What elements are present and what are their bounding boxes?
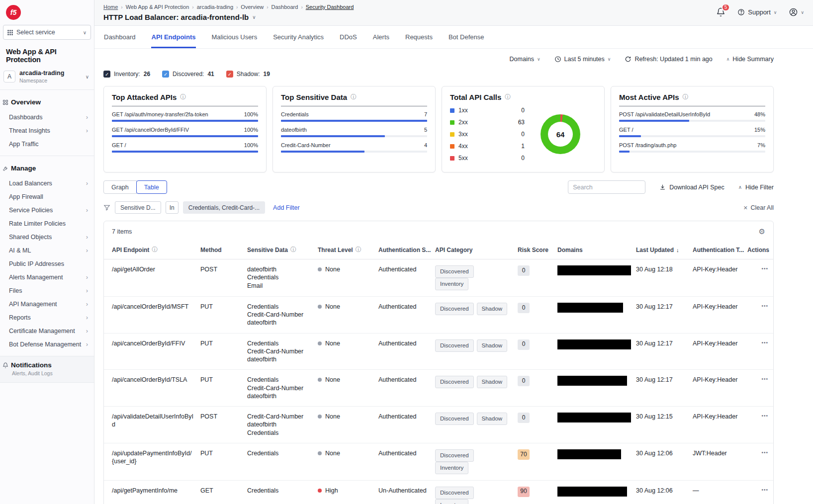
column-header-auth-type[interactable]: Authentication T... [693, 242, 753, 259]
tab-api-endpoints[interactable]: API Endpoints [151, 26, 196, 48]
category-chip[interactable]: Discovered [435, 339, 474, 352]
sidebar-item-bot-defense-management[interactable]: Bot Defense Management› [0, 337, 94, 351]
row-actions-button[interactable]: ••• [761, 265, 768, 290]
account-menu[interactable]: ∨ [789, 7, 804, 17]
tab-ddos[interactable]: DDoS [339, 26, 358, 48]
sidebar-item-threat-insights[interactable]: Threat Insights › [0, 124, 94, 137]
f5-logo[interactable]: f5 [6, 5, 21, 20]
category-chip[interactable]: Shadow [477, 303, 508, 315]
sidebar-item-service-policies[interactable]: Service Policies› [0, 203, 94, 217]
api-endpoint-link[interactable]: /api/cancelOrderById/MSFT [112, 297, 199, 333]
column-header-threat-level[interactable]: Threat Levelⓘ [318, 242, 377, 259]
breadcrumb-namespace[interactable]: arcadia-trading [197, 4, 233, 10]
tab-bot-defense[interactable]: Bot Defense [448, 26, 485, 48]
sidebar-item-app-firewall[interactable]: App Firewall [0, 190, 94, 203]
hide-filter-toggle[interactable]: ∧ Hide Filter [738, 184, 774, 191]
tab-malicious-users[interactable]: Malicious Users [211, 26, 258, 48]
column-header-domains[interactable]: Domains [557, 242, 635, 259]
add-filter-button[interactable]: Add Filter [273, 204, 300, 211]
category-chip[interactable]: Inventory [435, 278, 468, 290]
api-endpoint-link[interactable]: /api/validateDetailUserInfoById [112, 407, 199, 443]
column-header-last-updated[interactable]: Last Updated↓ [636, 242, 692, 259]
time-range-dropdown[interactable]: Last 5 minutes ∨ [554, 56, 611, 63]
filter-operator-selector[interactable]: In [166, 201, 179, 214]
category-chip[interactable]: Shadow [477, 339, 508, 352]
category-chip[interactable]: Discovered [435, 413, 474, 425]
api-endpoint-link[interactable]: /api/getPaymentInfo/me [112, 481, 199, 504]
category-chip[interactable]: Discovered [435, 449, 474, 462]
sidebar-item-rate-limiter-policies[interactable]: Rate Limiter Policies [0, 217, 94, 230]
column-header-api-category[interactable]: API Category [435, 242, 517, 259]
sidebar-header-overview[interactable]: Overview [0, 94, 94, 110]
discovered-checkbox[interactable]: ✓ Discovered: 41 [162, 71, 214, 78]
tab-requests[interactable]: Requests [405, 26, 433, 48]
row-actions-button[interactable]: ••• [761, 449, 768, 474]
row-actions-button[interactable]: ••• [761, 376, 768, 400]
breadcrumb-home[interactable]: Home [103, 4, 118, 10]
filter-value-chip[interactable]: Credentials, Credit-Card-... [183, 201, 265, 214]
gear-icon[interactable]: ⚙ [759, 228, 765, 235]
sidebar-item-public-ip-addresses[interactable]: Public IP Addresses [0, 257, 94, 270]
table-view-button[interactable]: Table [136, 180, 167, 194]
category-chip[interactable]: Discovered [435, 303, 474, 315]
column-header-risk-score[interactable]: Risk Score [518, 242, 556, 259]
breadcrumb-dashboard[interactable]: Dashboard [271, 4, 298, 10]
filter-field-selector[interactable]: Sensitive D... [115, 201, 161, 214]
info-icon[interactable]: ⓘ [351, 93, 357, 101]
breadcrumb-waap[interactable]: Web App & API Protection [126, 4, 189, 10]
sidebar-item-files[interactable]: Files› [0, 284, 94, 297]
api-endpoint-link[interactable]: /api/updatePaymentInfoById/{user_id} [112, 443, 199, 480]
sidebar-item-reports[interactable]: Reports› [0, 311, 94, 324]
row-actions-button[interactable]: ••• [761, 303, 768, 327]
tab-dashboard[interactable]: Dashboard [103, 26, 136, 48]
category-chip[interactable]: Discovered [435, 265, 474, 278]
category-chip[interactable]: Discovered [435, 376, 474, 388]
row-actions-button[interactable]: ••• [761, 413, 768, 437]
support-menu[interactable]: Support ∨ [737, 8, 777, 16]
notifications-bell-button[interactable]: 5 [716, 7, 725, 17]
column-header-sensitive-data[interactable]: Sensitive Dataⓘ [247, 242, 317, 259]
tab-security-analytics[interactable]: Security Analytics [272, 26, 324, 48]
api-endpoint-link[interactable]: /api/cancelOrderById/FFIV [112, 334, 199, 370]
column-header-method[interactable]: Method [200, 242, 246, 259]
sidebar-item-certificate-management[interactable]: Certificate Management› [0, 324, 94, 337]
service-selector[interactable]: Select service ∨ [3, 25, 91, 40]
sidebar-item-alerts-management[interactable]: Alerts Management› [0, 270, 94, 284]
sidebar-header-manage[interactable]: Manage [0, 160, 94, 176]
category-chip[interactable]: Shadow [477, 376, 508, 388]
search-input[interactable] [568, 180, 645, 194]
page-title-selector[interactable]: HTTP Load Balancer: arcadia-frontend-lb … [103, 13, 354, 21]
column-header-auth-status[interactable]: Authentication S... [378, 242, 434, 259]
sidebar-item-app-traffic[interactable]: App Traffic [0, 137, 94, 151]
row-actions-button[interactable]: ••• [761, 487, 768, 504]
sidebar-item-dashboards[interactable]: Dashboards › [0, 110, 94, 124]
category-chip[interactable]: Shadow [477, 413, 508, 425]
sidebar-item-load-balancers[interactable]: Load Balancers› [0, 176, 94, 190]
inventory-checkbox[interactable]: ✓ Inventory: 26 [103, 71, 150, 78]
refresh-button[interactable]: Refresh: Updated 1 min ago [625, 56, 712, 63]
namespace-selector[interactable]: A arcadia-trading Namespace ∨ [0, 69, 94, 90]
graph-view-button[interactable]: Graph [103, 180, 137, 194]
sidebar-header-notifications[interactable]: Notifications [2, 361, 88, 369]
info-icon[interactable]: ⓘ [180, 93, 186, 101]
row-actions-button[interactable]: ••• [761, 339, 768, 364]
tab-alerts[interactable]: Alerts [372, 26, 390, 48]
category-chip[interactable]: Discovered [435, 487, 474, 499]
info-icon[interactable]: ⓘ [505, 93, 511, 101]
sidebar-item-ai-ml[interactable]: AI & ML› [0, 244, 94, 257]
category-chip[interactable]: Inventory [435, 499, 468, 504]
domains-dropdown[interactable]: Domains ∨ [510, 56, 541, 63]
api-endpoint-link[interactable]: /api/getAllOrder [112, 259, 199, 296]
sidebar-item-api-management[interactable]: API Management› [0, 297, 94, 311]
column-header-api-endpoint[interactable]: API Endpointⓘ [112, 242, 199, 259]
download-api-spec-button[interactable]: Download API Spec [659, 184, 724, 191]
api-endpoint-link[interactable]: /api/cancelOrderById/TSLA [112, 370, 199, 406]
hide-summary-toggle[interactable]: ∧ Hide Summary [726, 56, 774, 63]
sidebar-item-shared-objects[interactable]: Shared Objects› [0, 230, 94, 244]
clear-all-button[interactable]: × Clear All [743, 204, 774, 212]
breadcrumb-overview[interactable]: Overview [241, 4, 264, 10]
shadow-checkbox[interactable]: ✓ Shadow: 19 [226, 71, 270, 78]
breadcrumb-security-dashboard[interactable]: Security Dashboard [306, 4, 354, 10]
info-icon[interactable]: ⓘ [683, 93, 689, 101]
category-chip[interactable]: Inventory [435, 462, 468, 474]
